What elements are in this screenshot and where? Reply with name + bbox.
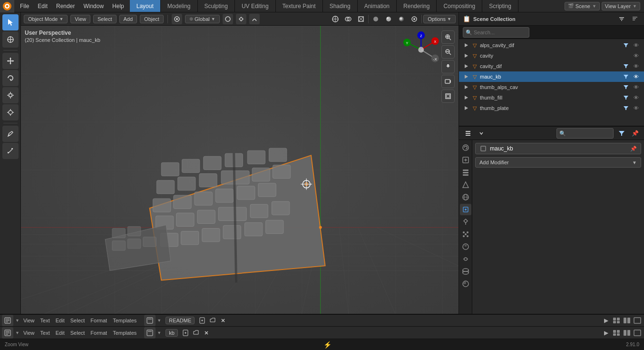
eevee-shading-btn[interactable]	[409, 13, 420, 25]
properties-pin-btn[interactable]: 📌	[630, 128, 640, 139]
zoom-in-btn[interactable]	[441, 30, 455, 44]
editor2-layout-btn-3[interactable]	[633, 328, 642, 338]
filter-icon-cavity-dif[interactable]	[622, 63, 630, 69]
editor2-edit-menu[interactable]: Edit	[54, 330, 67, 336]
editor1-templates-menu[interactable]: Templates	[111, 318, 138, 323]
editor1-open-btn[interactable]	[208, 316, 217, 325]
material-shading-btn[interactable]	[383, 13, 394, 25]
text-editor-type-icon-2[interactable]	[2, 327, 13, 339]
pin-icon[interactable]: 📌	[630, 146, 637, 152]
prop-tab-material[interactable]	[460, 278, 471, 290]
tab-modeling[interactable]: Modeling	[161, 0, 198, 12]
editor1-layout-btn-1[interactable]	[612, 316, 621, 325]
editor2-layout-btn-1[interactable]	[612, 328, 621, 338]
editor1-close-btn[interactable]	[218, 316, 228, 325]
select-menu-btn[interactable]: Select	[93, 15, 117, 23]
outliner-search-input[interactable]	[463, 27, 529, 38]
outliner-item-alps-cavity-dif[interactable]: ▽ alps_cavity_dif 👁	[459, 40, 644, 50]
camera-view-btn[interactable]	[441, 75, 455, 88]
move-tool-btn[interactable]	[2, 53, 19, 69]
outliner-item-cavity[interactable]: ▽ cavity 👁	[459, 50, 644, 61]
outliner-item-cavity-dif[interactable]: ▽ cavity_dif 👁	[459, 61, 644, 71]
prop-tab-modifier[interactable]	[460, 216, 471, 228]
vis-icon-cavity[interactable]: 👁	[632, 53, 640, 59]
vis-icon-cavity-dif[interactable]: 👁	[632, 63, 640, 69]
add-menu-btn[interactable]: Add	[119, 15, 137, 23]
editor1-select-menu[interactable]: Select	[68, 318, 87, 323]
expand-icon-mauc[interactable]	[463, 75, 469, 79]
editor2-open-btn[interactable]	[191, 328, 201, 338]
outliner-item-mauc-kb[interactable]: ▽ mauc_kb 👁	[459, 71, 644, 82]
prop-tab-world[interactable]	[460, 191, 471, 203]
transform-origin-btn[interactable]: ⊕ Global ▼	[185, 15, 220, 23]
outliner-item-thumb-alps-cav[interactable]: ▽ thumb_alps_cav 👁	[459, 82, 644, 92]
solid-shading-btn[interactable]	[370, 13, 381, 25]
scene-selector[interactable]: 🎬 Scene ▼	[565, 2, 600, 10]
scale-tool-btn[interactable]	[2, 87, 19, 103]
prop-tab-data[interactable]	[460, 266, 471, 277]
vis-icon-mauc[interactable]: 👁	[632, 74, 640, 80]
transform-tool-btn[interactable]	[2, 104, 19, 120]
prop-tab-physics[interactable]	[460, 241, 471, 252]
prop-tab-render[interactable]	[460, 142, 471, 153]
outliner-filter-btn[interactable]	[616, 14, 627, 24]
filter-icon-thumb-plate[interactable]	[622, 105, 630, 111]
filter-icon-alps[interactable]	[622, 42, 630, 48]
snap-to-btn[interactable]	[236, 14, 246, 24]
add-modifier-btn[interactable]: Add Modifier ▼	[475, 157, 641, 168]
editor1-file-type-icon[interactable]	[144, 315, 156, 326]
rotate-tool-btn[interactable]	[2, 70, 19, 86]
rendered-shading-btn[interactable]	[396, 13, 407, 25]
overlay-btn[interactable]	[342, 13, 354, 25]
editor1-new-btn[interactable]	[197, 316, 207, 325]
edit-menu[interactable]: Edit	[34, 2, 51, 10]
vis-icon-thumb-fill[interactable]: 👁	[632, 95, 640, 100]
outliner-sort-btn[interactable]	[630, 14, 640, 24]
outliner-item-thumb-fill[interactable]: ▽ thumb_fill 👁	[459, 92, 644, 103]
tab-uv-editing[interactable]: UV Editing	[235, 0, 276, 12]
file-menu[interactable]: File	[16, 2, 33, 10]
measure-tool-btn[interactable]	[2, 143, 19, 159]
editor2-file-chevron[interactable]: ▼	[157, 330, 161, 335]
expand-icon-thumb-fill[interactable]	[463, 96, 469, 100]
tab-scripting[interactable]: Scripting	[482, 0, 518, 12]
select-tool-btn[interactable]	[2, 14, 19, 30]
view-menu-btn[interactable]: View	[70, 15, 90, 23]
prop-tab-constraints[interactable]	[460, 253, 471, 265]
text-editor-type-icon-1[interactable]	[2, 315, 13, 326]
editor2-file-type-icon[interactable]	[144, 327, 156, 339]
editor2-layout-btn-2[interactable]	[622, 328, 632, 338]
editor1-chevron[interactable]: ▼	[15, 318, 20, 323]
editor1-layout-btn-3[interactable]	[633, 316, 642, 325]
blender-logo[interactable]	[0, 0, 14, 12]
prop-tab-view-layer[interactable]	[460, 167, 471, 178]
prop-tab-object[interactable]	[460, 204, 471, 215]
expand-icon-cavity[interactable]	[463, 54, 469, 58]
zoom-out-btn[interactable]	[441, 45, 455, 59]
properties-filter-btn[interactable]	[616, 128, 627, 139]
proportional-edit-btn[interactable]	[223, 14, 233, 24]
prop-tab-particles[interactable]	[460, 229, 471, 240]
editor2-close-btn[interactable]	[202, 328, 211, 338]
viewport-canvas[interactable]: X -X Y Z User Perspective (20) Scene Col…	[21, 26, 459, 314]
window-menu[interactable]: Window	[79, 2, 107, 10]
snap-btn[interactable]	[172, 14, 182, 24]
tab-sculpting[interactable]: Sculpting	[198, 0, 235, 12]
expand-icon-cavity-dif[interactable]	[463, 64, 469, 68]
editor2-new-btn[interactable]	[181, 328, 190, 338]
vis-icon-alps[interactable]: 👁	[632, 42, 640, 48]
prop-tab-output[interactable]	[460, 154, 471, 166]
properties-menu-btn[interactable]	[463, 128, 473, 139]
editor2-text-menu[interactable]: Text	[39, 330, 52, 336]
editor2-format-menu[interactable]: Format	[88, 330, 109, 336]
outliner-item-thumb-plate[interactable]: ▽ thumb_plate 👁	[459, 103, 644, 113]
show-gizmo-btn[interactable]	[330, 13, 341, 25]
xray-btn[interactable]	[355, 13, 367, 25]
pan-btn[interactable]	[441, 60, 455, 73]
editor1-view-menu[interactable]: View	[21, 318, 37, 323]
prop-tab-scene[interactable]	[460, 179, 471, 190]
editor2-select-menu[interactable]: Select	[68, 330, 87, 336]
editor2-chevron[interactable]: ▼	[15, 330, 20, 335]
render-menu[interactable]: Render	[52, 2, 78, 10]
vis-icon-thumb-plate[interactable]: 👁	[632, 105, 640, 111]
